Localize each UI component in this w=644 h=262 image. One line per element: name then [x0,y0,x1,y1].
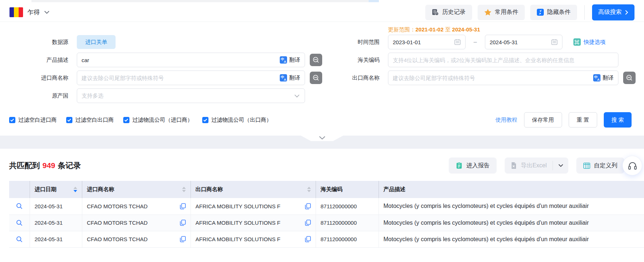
update-range-to: 2024-05-31 [452,26,480,33]
country-name: 乍得 [27,8,40,16]
header-cell-importer[interactable]: 进口商名称 [82,181,191,198]
copy-icon[interactable] [180,203,186,209]
customize-columns-button[interactable]: 自定义列 [576,157,624,174]
exact-match-toggle[interactable] [310,54,322,66]
export-split-button: 导出Excel [505,157,568,174]
search-icon [16,236,23,243]
report-icon [456,162,463,169]
checkbox-filter-logistics-importer[interactable]: 过滤物流公司（进口商） [123,117,193,124]
quick-options-button[interactable]: 快捷选项 [573,38,606,46]
sort-icon[interactable] [307,187,311,192]
enter-report-button[interactable]: 进入报告 [449,157,497,174]
translate-icon: 中A [593,74,600,81]
table-row[interactable]: 2024-05-31 CFAO MOTORS TCHAD AFRICA MOBI… [9,214,644,231]
update-range-from: 2021-01-02 [415,26,444,33]
headset-icon [628,161,637,171]
origin-country-select[interactable]: 支持多选 [77,88,305,103]
update-range-note: 更新范围：2021-01-02 至 2024-05-31 [384,26,644,33]
advanced-search-button[interactable]: 高级搜索 [592,4,634,20]
results-panel: 共匹配到949条记录 进入报告 导出Excel [0,149,644,248]
header-cell-exporter[interactable]: 出口商名称 [191,181,316,198]
calendar-icon [551,39,558,45]
checkbox-checked-icon [202,117,208,123]
topbar-actions: 历史记录 常用条件 隐藏条件 高级搜索 [420,4,634,20]
copy-icon[interactable] [180,236,186,242]
row-detail-search-button[interactable] [16,236,23,243]
collapse-icon [537,9,544,16]
cell-exporter-name: AFRICA MOBILITY SOLUTIONS F [196,220,280,226]
export-excel-button[interactable]: 导出Excel [505,157,553,174]
importer-name-label: 进口商名称 [0,75,73,81]
sort-icon-desc-active[interactable] [74,187,77,192]
date-start-field[interactable]: 2023-01-01 [388,35,466,49]
copy-icon[interactable] [305,220,311,226]
header-cell-search [9,181,30,198]
header-label: 出口商名称 [196,186,223,193]
hs-code-input[interactable] [388,57,618,63]
copy-icon[interactable] [180,220,186,226]
checkbox-filter-blank-exporter[interactable]: 过滤空白出口商 [66,117,114,124]
checkbox-checked-icon [66,117,72,123]
header-label: 进口商名称 [87,186,114,193]
search-button[interactable]: 搜 索 [604,112,632,128]
table-row[interactable]: 2024-05-31 CFAO MOTORS TCHAD AFRICA MOBI… [9,231,644,247]
header-label: 海关编码 [321,186,343,193]
copy-icon[interactable] [305,236,311,242]
cell-import-date: 2024-05-31 [35,203,63,209]
favorites-button[interactable]: 常用条件 [478,5,525,20]
update-range-row: 更新范围：2021-01-02 至 2024-05-31 [0,26,644,33]
product-desc-input[interactable] [77,57,275,63]
reset-button[interactable]: 重 置 [569,112,597,128]
cell-exporter-name: AFRICA MOBILITY SOLUTIONS F [196,236,280,242]
checkbox-filter-logistics-exporter[interactable]: 过滤物流公司（出口商） [202,117,272,124]
date-range-separator: – [474,39,477,45]
translate-button[interactable]: 中A 翻译 [275,74,305,81]
exact-match-toggle[interactable] [623,72,636,84]
top-edge-strip [31,0,369,2]
advanced-search-label: 高级搜索 [598,8,622,16]
header-cell-date[interactable]: 进口日期 [30,181,82,198]
form-row-4: 原产国 支持多选 [0,88,644,103]
translate-button[interactable]: 中A 翻译 [275,56,305,64]
form-actions-row: 过滤空白进口商 过滤空白出口商 过滤物流公司（进口商） 过滤物流公司（出口商） … [0,106,644,136]
topbar-divider [584,5,585,20]
svg-text:A: A [597,78,600,81]
cell-hs-code: 871120000000 [321,236,357,242]
table-columns-icon [583,163,590,169]
history-label: 历史记录 [442,8,466,16]
search-icon [16,203,23,209]
hide-conditions-button[interactable]: 隐藏条件 [530,5,577,20]
filter-checkboxes: 过滤空白进口商 过滤空白出口商 过滤物流公司（进口商） 过滤物流公司（出口商） [9,117,272,124]
date-end-field[interactable]: 2024-05-31 [485,35,562,49]
date-end-value: 2024-05-31 [490,39,518,45]
top-edge-strip-accent [369,0,379,2]
table-header-row: 进口日期 进口商名称 出口商名称 [9,181,644,198]
chevron-down-icon[interactable] [319,136,325,140]
row-detail-search-button[interactable] [16,220,23,226]
history-button[interactable]: 历史记录 [425,5,472,20]
importer-name-input[interactable] [77,75,275,81]
sort-icon[interactable] [182,187,186,192]
tutorial-link[interactable]: 使用教程 [496,117,517,124]
cell-product-desc: Motocycles (y compris les cyclomoteurs) … [379,236,644,243]
table-row[interactable]: 2024-05-31 CFAO MOTORS TCHAD AFRICA MOBI… [9,198,644,214]
country-picker[interactable]: 乍得 [10,7,49,17]
translate-button[interactable]: 中A 翻译 [589,74,618,81]
tab-import-declaration[interactable]: 进口关单 [77,35,116,49]
row-detail-search-button[interactable] [16,203,23,209]
customer-service-button[interactable] [623,156,642,175]
exporter-name-input[interactable] [388,75,589,81]
header-label: 产品描述 [384,186,406,193]
cell-exporter-name: AFRICA MOBILITY SOLUTIONS F [196,203,280,209]
export-options-button[interactable] [553,157,568,174]
command-icon [573,38,581,46]
copy-icon[interactable] [305,203,311,209]
checkbox-filter-blank-importer[interactable]: 过滤空白进口商 [9,117,57,124]
update-range-to-word: 至 [445,26,451,33]
exact-match-icon [312,74,320,81]
translate-icon: 中A [280,74,287,81]
exact-match-toggle[interactable] [310,72,322,84]
form-row-3: 进口商名称 中A 翻译 出口商名称 中A [0,71,644,85]
save-common-button[interactable]: 保存常用 [524,112,562,128]
summary-count: 949 [42,161,55,170]
